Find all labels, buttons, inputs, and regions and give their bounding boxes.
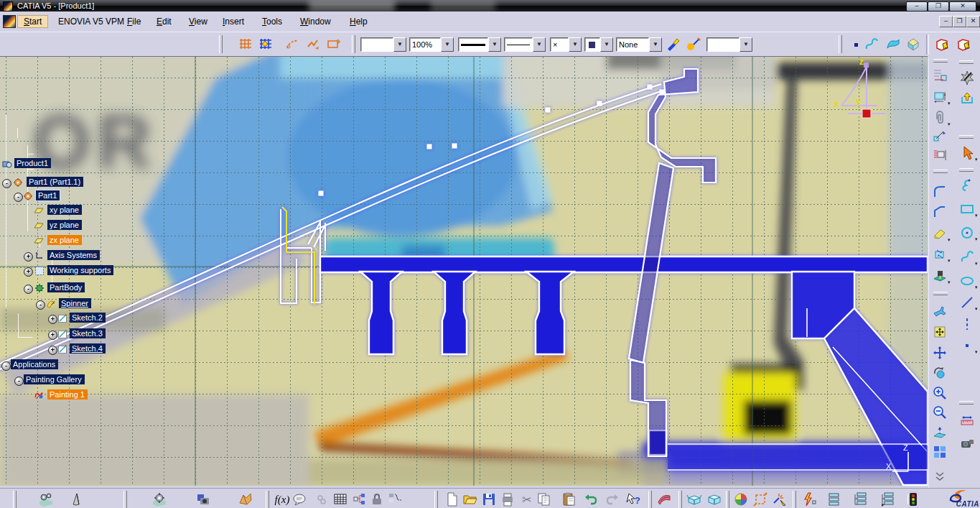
tree-item-yz-plane[interactable]: yz plane bbox=[0, 221, 187, 232]
tree-label[interactable]: Painting 1 bbox=[47, 389, 88, 400]
expand-knob[interactable]: + bbox=[24, 267, 33, 277]
fly-mode-icon[interactable] bbox=[930, 303, 949, 321]
toolbar-grabber[interactable] bbox=[123, 491, 127, 508]
normal-view-icon[interactable] bbox=[930, 423, 949, 442]
zoom-in-icon[interactable] bbox=[930, 384, 949, 402]
tree-item-painting-gallery[interactable]: - Painting Gallery bbox=[0, 375, 187, 387]
measure-between-icon[interactable] bbox=[958, 411, 976, 430]
chevron-down-icon[interactable]: ▼ bbox=[441, 37, 454, 52]
list-icon[interactable] bbox=[826, 491, 843, 508]
menu-insert[interactable]: Insert bbox=[220, 15, 247, 28]
construction-element-icon[interactable] bbox=[284, 36, 301, 53]
chevron-down-icon[interactable]: ▼ bbox=[600, 37, 613, 52]
fold-surface-icon[interactable] bbox=[237, 491, 254, 508]
pattern-dropdown[interactable]: ▼ bbox=[584, 37, 613, 52]
tree-item-product1[interactable]: Product1 bbox=[0, 159, 187, 170]
menu-view[interactable]: View bbox=[186, 15, 210, 28]
toolbar-grabber[interactable] bbox=[933, 170, 948, 173]
surface-red-icon[interactable] bbox=[655, 491, 673, 508]
toolbar-grabber[interactable] bbox=[678, 491, 682, 508]
restore-button[interactable]: ❐ bbox=[928, 1, 949, 11]
lock-icon[interactable] bbox=[368, 491, 386, 508]
project-3d-elements-icon[interactable] bbox=[930, 267, 949, 285]
expand-knob[interactable]: - bbox=[36, 300, 45, 310]
chevron-down-icon[interactable]: ▾ bbox=[948, 237, 951, 243]
tree-label[interactable]: Axis Systems bbox=[47, 250, 100, 260]
spline-icon[interactable] bbox=[863, 36, 880, 53]
expand-knob[interactable]: + bbox=[48, 346, 57, 355]
toolbar-grabber[interactable] bbox=[793, 491, 796, 508]
toolbar-grabber[interactable] bbox=[266, 491, 269, 508]
chevron-down-icon[interactable]: ▾ bbox=[948, 258, 951, 264]
comment-icon[interactable] bbox=[291, 491, 308, 508]
quick-trim-icon[interactable] bbox=[930, 224, 949, 243]
chevron-down-icon[interactable]: ▼ bbox=[649, 37, 662, 52]
tree-label[interactable]: Sketch.3 bbox=[70, 328, 106, 338]
tree-label[interactable]: Applications bbox=[11, 359, 58, 369]
tree-label[interactable]: zx plane bbox=[47, 235, 82, 245]
tree-item-xy-plane[interactable]: xy plane bbox=[0, 205, 187, 217]
expand-knob[interactable]: + bbox=[24, 252, 33, 262]
chevron-down-icon[interactable]: ▾ bbox=[975, 157, 978, 162]
menu-start[interactable]: Start bbox=[17, 15, 48, 28]
mdi-minimize-button[interactable]: – bbox=[939, 16, 953, 27]
closed-box-icon[interactable] bbox=[706, 491, 723, 508]
more-chevron-icon[interactable] bbox=[930, 468, 949, 487]
chevron-down-icon[interactable]: ▼ bbox=[739, 37, 752, 52]
line-icon[interactable] bbox=[958, 293, 976, 312]
context-help-icon[interactable]: ? bbox=[625, 491, 643, 508]
zoom-value[interactable]: 100% bbox=[409, 37, 441, 52]
chevron-down-icon[interactable]: ▼ bbox=[393, 37, 406, 52]
toolbar-grabber[interactable] bbox=[434, 491, 438, 508]
tree-label[interactable]: yz plane bbox=[47, 220, 82, 230]
zoom-out-icon[interactable] bbox=[930, 403, 949, 422]
chevron-down-icon[interactable]: ▾ bbox=[975, 236, 978, 242]
chevron-down-icon[interactable]: ▾ bbox=[948, 101, 951, 106]
group-icon[interactable] bbox=[386, 491, 403, 508]
toolbar-grabber[interactable] bbox=[959, 60, 974, 64]
toolbar-grabber[interactable] bbox=[933, 292, 948, 295]
expand-knob[interactable]: + bbox=[48, 331, 57, 340]
save-icon[interactable] bbox=[480, 491, 498, 508]
chevron-down-icon[interactable]: ▾ bbox=[975, 213, 978, 218]
toolbar-grabber[interactable] bbox=[959, 401, 974, 405]
chevron-down-icon[interactable]: ▾ bbox=[975, 261, 978, 267]
tree-label[interactable]: Spinner bbox=[59, 298, 91, 308]
layer-value[interactable] bbox=[706, 37, 739, 52]
profile-icon[interactable] bbox=[958, 176, 976, 195]
tree-item-sketch3[interactable]: + Sketch.3 bbox=[0, 329, 187, 341]
formula-icon[interactable]: f(x) bbox=[274, 491, 291, 508]
chevron-down-icon[interactable]: ▼ bbox=[569, 37, 582, 52]
gear-icon[interactable] bbox=[151, 491, 168, 508]
tree-item-partbody[interactable]: - PartBody bbox=[0, 283, 187, 295]
expand-knob[interactable]: - bbox=[1, 361, 11, 371]
pan-icon[interactable] bbox=[930, 343, 949, 362]
toolbar-grabber[interactable] bbox=[648, 491, 652, 508]
cut-icon[interactable]: ✂ bbox=[518, 491, 536, 508]
tree-item-part1[interactable]: - Part1 bbox=[0, 191, 187, 203]
mdi-restore-button[interactable]: ❐ bbox=[953, 16, 966, 27]
expand-knob[interactable]: - bbox=[2, 179, 11, 188]
catalog-browser-icon[interactable] bbox=[933, 36, 951, 53]
tree-item-painting1[interactable]: Painting 1 bbox=[0, 390, 187, 402]
chevron-down-icon[interactable]: ▾ bbox=[975, 349, 978, 355]
design-table-icon[interactable] bbox=[332, 491, 349, 508]
transform-icon[interactable] bbox=[752, 491, 769, 508]
tree-item-applications[interactable]: - Applications bbox=[0, 360, 187, 371]
line-type-dropdown[interactable]: ▼ bbox=[504, 37, 546, 52]
undo-icon[interactable] bbox=[582, 491, 599, 508]
diagonal-dimension-icon[interactable] bbox=[930, 126, 949, 145]
menu-enovia[interactable]: ENOVIA V5 VPM bbox=[55, 15, 127, 28]
close-button[interactable]: ✕ bbox=[949, 1, 976, 11]
layer-dropdown[interactable]: ▼ bbox=[706, 37, 752, 52]
tree-label[interactable]: Working supports bbox=[47, 265, 113, 275]
tree-item-sketch4[interactable]: + Sketch.4 bbox=[0, 344, 187, 356]
tree-list-2-icon[interactable] bbox=[879, 491, 896, 508]
rectangle-icon[interactable] bbox=[958, 200, 976, 218]
tree-label[interactable]: Sketch.2 bbox=[70, 313, 106, 323]
compass-origin[interactable] bbox=[862, 109, 871, 118]
tree-item-spinner[interactable]: - Spinner bbox=[0, 299, 187, 310]
menu-file[interactable]: File bbox=[124, 15, 144, 28]
tree-label[interactable]: xy plane bbox=[47, 205, 82, 215]
menu-window[interactable]: Window bbox=[297, 15, 334, 28]
